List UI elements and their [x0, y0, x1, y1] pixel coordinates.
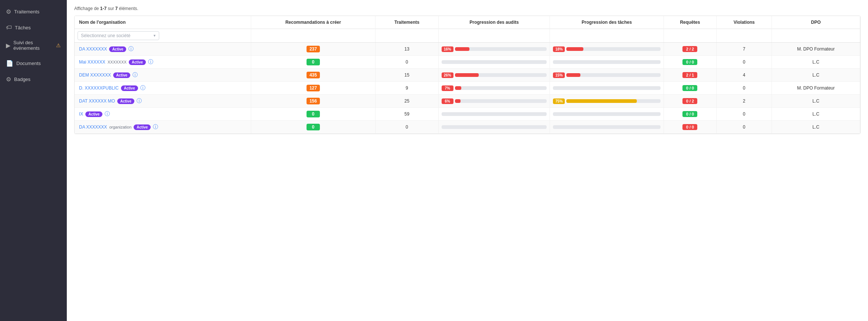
org-sub: organization — [109, 125, 131, 129]
rec-cell: 237 — [251, 43, 376, 56]
org-name-container: DA XXXXXXXActiveⓘ — [79, 46, 248, 52]
sidebar-label-documents: Documents — [16, 61, 41, 66]
table-row: DEM XXXXXXXActiveⓘ43515 26% 15% 2 / 14L.… — [75, 69, 860, 82]
audit-bar-fill — [455, 73, 479, 77]
traitements-cell: 9 — [376, 82, 438, 95]
col-progression-audits: Progression des audits — [438, 16, 550, 29]
req-cell: 0 / 0 — [664, 82, 717, 95]
org-name-cell: DA XXXXXXXorganizationActiveⓘ — [75, 121, 251, 134]
info-icon[interactable]: ⓘ — [137, 98, 142, 104]
rec-badge: 435 — [307, 72, 320, 78]
active-badge: Active — [85, 111, 102, 117]
info-icon[interactable]: ⓘ — [140, 85, 145, 91]
violations-cell: 0 — [717, 121, 772, 134]
rec-cell: 0 — [251, 121, 376, 134]
sidebar-item-suivi[interactable]: ▶ Suivi des événements ⚠ — [0, 35, 67, 55]
audit-bar-empty — [442, 112, 547, 116]
task-bar-bg — [566, 47, 660, 51]
org-name-container: DAT XXXXXX MOActiveⓘ — [79, 98, 248, 104]
violations-cell: 7 — [717, 43, 772, 56]
badge-gear-icon: ⚙ — [6, 76, 11, 83]
audit-bar-fill — [455, 99, 461, 103]
req-badge: 0 / 2 — [682, 98, 697, 104]
active-badge: Active — [121, 85, 138, 91]
table-row: Mai XXXXXXXXXXXXXActiveⓘ000 / 00L.C — [75, 56, 860, 69]
task-pill: 75% — [553, 98, 565, 104]
active-badge: Active — [129, 59, 146, 65]
audit-pill: 6% — [442, 98, 453, 104]
org-name-cell: DAT XXXXXX MOActiveⓘ — [75, 95, 251, 108]
table-row: IX Activeⓘ0590 / 00L.C — [75, 108, 860, 121]
sidebar-label-taches: Tâches — [15, 25, 31, 30]
sidebar-item-badges[interactable]: ⚙ Badges — [0, 71, 67, 87]
rec-badge: 0 — [307, 111, 320, 117]
rec-badge: 156 — [307, 98, 320, 104]
audit-bar-bg — [455, 73, 547, 77]
info-icon[interactable]: ⓘ — [128, 46, 134, 52]
rec-cell: 0 — [251, 56, 376, 69]
req-cell: 0 / 0 — [664, 108, 717, 121]
dpo-cell: L.C — [772, 108, 860, 121]
tag-icon: 🏷 — [6, 24, 12, 31]
sidebar-item-documents[interactable]: 📄 Documents — [0, 55, 67, 71]
task-bar-empty — [553, 112, 660, 116]
rec-cell: 127 — [251, 82, 376, 95]
req-cell: 0 / 0 — [664, 121, 717, 134]
req-badge: 0 / 0 — [682, 85, 697, 91]
req-badge: 0 / 0 — [682, 124, 697, 130]
task-bar-empty — [553, 60, 660, 64]
task-progress-cell: 15% — [550, 69, 664, 82]
rec-badge: 0 — [307, 124, 320, 130]
task-bar-fill — [566, 73, 580, 77]
rec-cell: 435 — [251, 69, 376, 82]
traitements-cell: 0 — [376, 56, 438, 69]
task-pill: 15% — [553, 72, 565, 78]
sidebar-label-traitements: Traitements — [14, 9, 39, 14]
task-bar-bg — [566, 99, 660, 103]
audit-progress-cell: 7% — [438, 82, 550, 95]
info-icon[interactable]: ⓘ — [153, 124, 158, 130]
active-badge: Active — [109, 46, 126, 52]
req-badge: 2 / 2 — [682, 46, 697, 52]
rec-badge: 0 — [307, 59, 320, 65]
filter-select[interactable]: Sélectionnez une société — [78, 31, 159, 40]
table-row: D. XXXXXXPUBLICActiveⓘ1279 7% 0 / 00M. D… — [75, 82, 860, 95]
table-wrapper: Nom de l'organisation Recommandations à … — [74, 16, 861, 134]
audit-progress-container: 6% — [442, 98, 547, 104]
audit-progress-cell: 26% — [438, 69, 550, 82]
arrow-right-icon: ▶ — [6, 42, 10, 49]
req-cell: 2 / 1 — [664, 69, 717, 82]
dpo-cell: L.C — [772, 69, 860, 82]
info-icon[interactable]: ⓘ — [105, 111, 110, 117]
main-content: Affichage de 1-7 sur 7 éléments. Nom de … — [67, 0, 868, 321]
audit-bar-bg — [455, 99, 547, 103]
audit-progress-container: 26% — [442, 72, 547, 78]
dpo-cell: M. DPO Formateur — [772, 43, 860, 56]
warning-icon: ⚠ — [56, 42, 61, 48]
active-badge: Active — [134, 124, 151, 130]
traitements-cell: 13 — [376, 43, 438, 56]
info-icon[interactable]: ⓘ — [148, 59, 153, 65]
req-badge: 2 / 1 — [682, 72, 697, 78]
org-name-container: DA XXXXXXXorganizationActiveⓘ — [79, 124, 248, 130]
col-organisation: Nom de l'organisation — [75, 16, 251, 29]
violations-cell: 0 — [717, 108, 772, 121]
org-name-cell: D. XXXXXXPUBLICActiveⓘ — [75, 82, 251, 95]
org-name-container: IX Activeⓘ — [79, 111, 248, 117]
organisations-table: Nom de l'organisation Recommandations à … — [75, 16, 860, 134]
sidebar-item-traitements[interactable]: ⚙ Traitements — [0, 4, 67, 20]
task-bar-empty — [553, 86, 660, 90]
filter-select-wrapper[interactable]: Sélectionnez une société — [78, 31, 159, 40]
sidebar-label-badges: Badges — [14, 77, 30, 82]
info-icon[interactable]: ⓘ — [132, 72, 138, 78]
org-prefix: DA XXXXXXX — [79, 46, 107, 52]
task-progress-container: 18% — [553, 46, 660, 52]
audit-bar-fill — [455, 86, 461, 90]
col-progression-taches: Progression des tâches — [550, 16, 664, 29]
col-recommandations: Recommandations à créer — [251, 16, 376, 29]
dpo-cell: L.C — [772, 95, 860, 108]
task-bar-empty — [553, 125, 660, 129]
dpo-cell: L.C — [772, 121, 860, 134]
org-prefix: IX — [79, 111, 83, 117]
sidebar-item-taches[interactable]: 🏷 Tâches — [0, 20, 67, 35]
